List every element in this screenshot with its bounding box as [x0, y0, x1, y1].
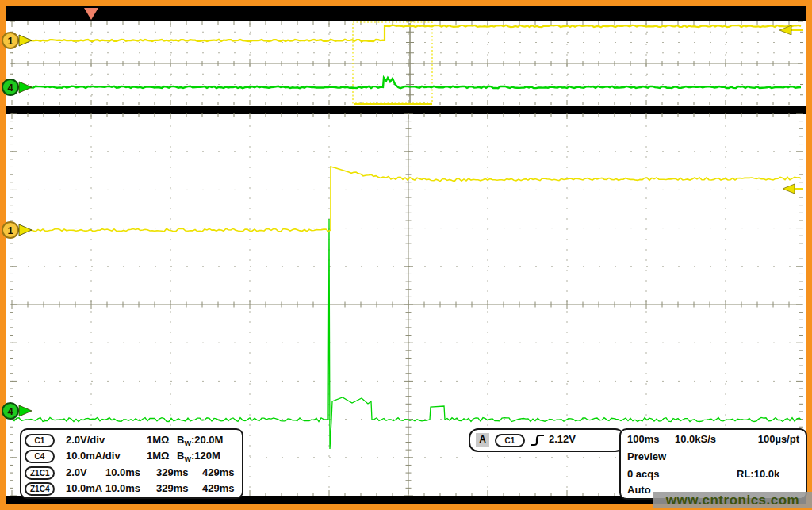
channel-impedance: 1MΩ [147, 448, 169, 464]
acquisition-count: 0 acqs [627, 466, 659, 482]
resolution-value: 100µs/pt [758, 431, 799, 447]
channel-scale: 2.0V [66, 465, 87, 481]
c1-reference-arrow-zoom[interactable] [783, 184, 795, 194]
c1-zoom-trace [12, 167, 801, 232]
channel-tag[interactable]: Z1C4 [25, 482, 55, 496]
zoom-timing-value: 429ms [202, 465, 234, 481]
acquisition-status: Preview [627, 449, 666, 465]
trigger-source-tag: C1 [495, 434, 525, 447]
top-status-bar [6, 6, 806, 21]
bandwidth-value: :20.0M [191, 434, 223, 446]
channel-number: 1 [7, 35, 13, 47]
trigger-level-value: 2.12V [549, 431, 576, 447]
record-length: RL:10.0k [737, 466, 779, 482]
channel-number: 4 [7, 82, 13, 94]
zoom-timing-value: 429ms [202, 481, 234, 497]
channel-number: 1 [7, 224, 13, 236]
oscilloscope-screen: 1 4 1 4 C12.0V/div1MΩBW:20.0MC410.0mA/di… [0, 0, 812, 510]
channel-position-arrow [19, 35, 32, 46]
channel-bandwidth: BW:120M [177, 448, 220, 464]
channel-4-zoom-marker[interactable]: 4 [1, 401, 36, 424]
c1-overview-trace [12, 25, 801, 41]
channel-position-arrow [19, 224, 32, 236]
channel-tag[interactable]: Z1C1 [25, 466, 55, 480]
channel-position-arrow [19, 405, 32, 416]
zoom-timing-value: 10.0ms [105, 481, 140, 497]
channel-scale: 10.0mA/div [66, 448, 121, 464]
c4-zoom-trace [12, 219, 801, 449]
bandwidth-sub: W [184, 455, 191, 463]
c4-overview-trace [12, 78, 801, 88]
channel-1-zoom-marker[interactable]: 1 [1, 220, 36, 243]
channel-scale: 10.0mA [66, 481, 102, 497]
channel-scale: 2.0V/div [66, 432, 105, 448]
zoom-timing-value: 10.0ms [105, 465, 140, 481]
channel-tag[interactable]: C4 [25, 450, 55, 463]
channel-number: 4 [7, 405, 13, 417]
channel-position-arrow [19, 82, 32, 93]
trigger-readout-box[interactable]: A C1 2.12V [469, 428, 625, 452]
channel-impedance: 1MΩ [147, 432, 169, 448]
vertical-readout-box[interactable]: C12.0V/div1MΩBW:20.0MC410.0mA/div1MΩBW:1… [20, 428, 243, 499]
bandwidth-b: B [177, 450, 184, 462]
overview-graticule [10, 21, 803, 105]
zoom-timing-value: 329ms [156, 481, 188, 497]
graticule-grid [10, 21, 803, 105]
sample-rate-value: 10.0kS/s [675, 431, 716, 447]
horizontal-acquisition-readout-box[interactable]: 100ms 10.0kS/s 100µs/pt Preview 0 acqs R… [619, 428, 807, 500]
bandwidth-sub: W [184, 439, 191, 447]
zoom-timing-value: 329ms [156, 465, 188, 481]
channel-tag[interactable]: C1 [25, 434, 55, 447]
bandwidth-value: :120M [191, 450, 220, 462]
trigger-mode: Auto [627, 482, 651, 498]
channel-4-overview-marker[interactable]: 4 [1, 78, 36, 100]
channel-1-overview-marker[interactable]: 1 [1, 31, 36, 53]
bandwidth-b: B [177, 434, 184, 446]
display-area: 1 4 1 4 C12.0V/div1MΩBW:20.0MC410.0mA/di… [6, 6, 806, 504]
rising-edge-icon [530, 433, 545, 447]
zoom-window-bottom-edge[interactable] [354, 103, 432, 105]
watermark: www.cntronics.com [653, 492, 812, 508]
trigger-system-label: A [476, 433, 489, 447]
trigger-position-marker[interactable] [84, 8, 98, 20]
channel-bandwidth: BW:20.0M [177, 432, 223, 448]
timebase-value: 100ms [627, 431, 659, 447]
